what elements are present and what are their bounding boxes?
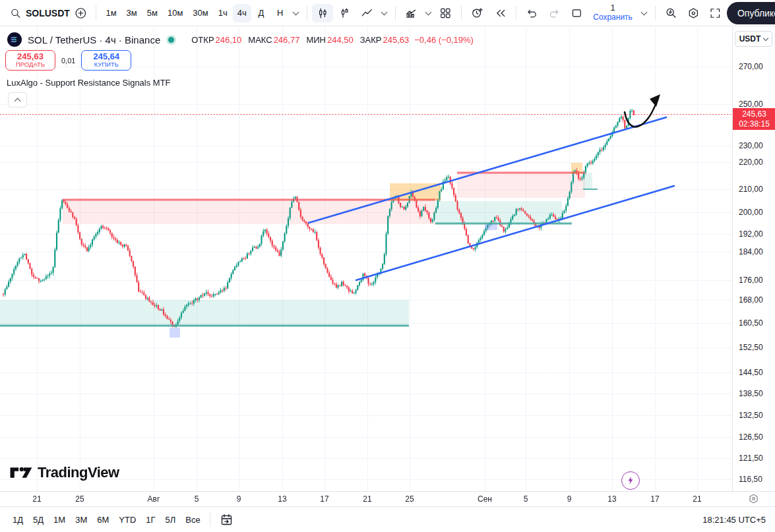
settings-icon[interactable] xyxy=(683,4,704,22)
interval-button-Д[interactable]: Д xyxy=(252,4,270,22)
time-axis-label: 25 xyxy=(405,494,414,504)
currency-selector[interactable]: USDT xyxy=(735,31,772,47)
top-toolbar: SOLUSDT 1м3м5м10м30м1ч4чДН 1 Сохранить xyxy=(0,0,775,26)
toolbar-separator xyxy=(655,6,656,20)
range-button-Все[interactable]: Все xyxy=(181,512,204,527)
range-button-1М[interactable]: 1М xyxy=(49,512,70,527)
time-axis[interactable]: 2125Авг5913172125Сен59131721 xyxy=(0,491,775,506)
ohlc-value: 245,63 xyxy=(383,35,410,45)
chart-type-candles-icon[interactable] xyxy=(312,4,334,22)
symbol-button[interactable]: SOLUSDT xyxy=(26,4,69,22)
chart-type-line-icon[interactable] xyxy=(356,4,378,22)
interval-button-4ч[interactable]: 4ч xyxy=(233,4,251,22)
time-axis-label: 5 xyxy=(195,494,199,504)
alert-add-icon[interactable] xyxy=(466,4,489,22)
axis-settings-gear-icon[interactable] xyxy=(748,493,759,507)
price-axis-label: 116,50 xyxy=(739,475,762,484)
sell-price: 245,63 xyxy=(17,52,44,61)
toolbar-separator xyxy=(96,6,96,20)
symbol-search-icon[interactable] xyxy=(5,4,26,22)
price-axis-label: 210,00 xyxy=(739,185,763,194)
price-axis-label: 152,50 xyxy=(739,343,763,352)
range-button-5Л[interactable]: 5Л xyxy=(161,512,181,527)
currency-chevron-icon xyxy=(763,35,768,40)
time-axis-label: 25 xyxy=(75,494,84,504)
toolbar-separator xyxy=(461,6,462,20)
sell-label: ПРОДАТЬ xyxy=(16,61,45,68)
bar-replay-icon[interactable] xyxy=(490,4,512,22)
price-axis-label: 220,00 xyxy=(739,158,763,167)
ohlc-value: 244,50 xyxy=(327,35,354,45)
time-axis-label: 13 xyxy=(278,494,286,504)
bar-countdown: 02:38:15 xyxy=(739,119,770,129)
save-layout-chevron-icon[interactable] xyxy=(638,4,650,22)
range-button-5Д[interactable]: 5Д xyxy=(28,512,48,527)
range-button-6М[interactable]: 6М xyxy=(92,512,113,527)
ohlc-label: ОТКР xyxy=(191,35,214,45)
range-button-1Д[interactable]: 1Д xyxy=(8,512,28,527)
tradingview-watermark: TradingView xyxy=(9,462,119,483)
sell-button[interactable]: 245,63 ПРОДАТЬ xyxy=(5,50,55,71)
bottom-separator xyxy=(210,512,210,527)
time-axis-label: 17 xyxy=(320,494,328,504)
buy-label: КУПИТЬ xyxy=(94,61,119,68)
market-status-dot[interactable] xyxy=(168,37,174,43)
range-button-YTD[interactable]: YTD xyxy=(114,512,140,527)
indicators-chevron-icon[interactable] xyxy=(422,4,434,22)
time-axis-label: 21 xyxy=(693,494,701,504)
price-axis-label: 160,50 xyxy=(739,318,763,328)
price-axis-label: 200,00 xyxy=(739,208,763,217)
indicator-legend[interactable]: LuxAlgo - Support Resistance Signals MTF xyxy=(7,78,171,88)
price-axis-label: 250,00 xyxy=(739,100,763,109)
interval-button-1м[interactable]: 1м xyxy=(101,4,121,22)
interval-button-Н[interactable]: Н xyxy=(271,4,290,22)
save-layout-count: 1 xyxy=(611,4,615,13)
time-axis-label: Авг xyxy=(148,494,160,504)
redo-icon[interactable] xyxy=(543,4,565,22)
buy-button[interactable]: 245,64 КУПИТЬ xyxy=(81,50,131,71)
save-layout-button[interactable]: 1 Сохранить xyxy=(588,2,638,24)
interval-button-1ч[interactable]: 1ч xyxy=(214,4,232,22)
time-axis-label: 9 xyxy=(237,494,241,504)
last-price-badge: 245,63 02:38:15 xyxy=(733,108,775,130)
trade-panel: 245,63 ПРОДАТЬ 0,01 245,64 КУПИТЬ xyxy=(5,50,131,71)
ohlc-label: ЗАКР xyxy=(360,35,382,45)
undo-icon[interactable] xyxy=(521,4,543,22)
spread-value: 0,01 xyxy=(61,57,75,65)
toolbar-separator xyxy=(307,6,307,20)
chart-type-hollow-candles-icon[interactable] xyxy=(334,4,356,22)
interval-button-5м[interactable]: 5м xyxy=(142,4,162,22)
publish-button[interactable]: Опублико xyxy=(727,2,775,24)
interval-button-10м[interactable]: 10м xyxy=(163,4,187,22)
price-axis-label: 138,50 xyxy=(739,389,763,398)
interval-button-3м[interactable]: 3м xyxy=(122,4,142,22)
chart-type-chevron-icon[interactable] xyxy=(379,4,390,22)
clock-timezone[interactable]: 18:21:45 UTC+5 xyxy=(702,515,767,525)
layout-templates-icon[interactable] xyxy=(435,4,456,22)
interval-menu-chevron-icon[interactable] xyxy=(290,4,302,22)
legend-collapse-button[interactable] xyxy=(8,92,27,107)
fullscreen-icon[interactable] xyxy=(704,4,726,22)
symbol-title[interactable]: SOL / TetherUS · 4ч · Binance xyxy=(28,34,160,45)
time-axis-label: 21 xyxy=(32,494,41,504)
range-button-3М[interactable]: 3М xyxy=(71,512,92,527)
snapshot-icon[interactable] xyxy=(566,4,588,22)
luxalgo-bolt-button[interactable] xyxy=(621,471,640,490)
sol-logo-icon xyxy=(7,32,22,47)
symbol-row: SOL / TetherUS · 4ч · Binance ОТКР246,10… xyxy=(7,32,474,47)
price-axis-label: 176,00 xyxy=(739,276,763,285)
ohlc-label: МАКС xyxy=(248,35,272,45)
quick-search-icon[interactable] xyxy=(660,4,682,22)
price-change: −0,46 (−0,19%) xyxy=(414,35,474,45)
ohlc-value: 246,10 xyxy=(216,35,242,45)
compare-add-icon[interactable] xyxy=(70,4,92,22)
indicators-icon[interactable] xyxy=(400,4,422,22)
go-to-date-icon[interactable] xyxy=(215,510,238,529)
price-chart-canvas[interactable] xyxy=(0,27,732,491)
watermark-text: TradingView xyxy=(38,464,119,481)
interval-button-30м[interactable]: 30м xyxy=(188,4,212,22)
price-axis-label: 121,50 xyxy=(739,454,763,463)
time-axis-label: 5 xyxy=(524,494,528,504)
range-button-1Г[interactable]: 1Г xyxy=(141,512,160,527)
price-axis[interactable]: USDT 245,63 02:38:15 270,00250,00230,002… xyxy=(732,27,775,491)
